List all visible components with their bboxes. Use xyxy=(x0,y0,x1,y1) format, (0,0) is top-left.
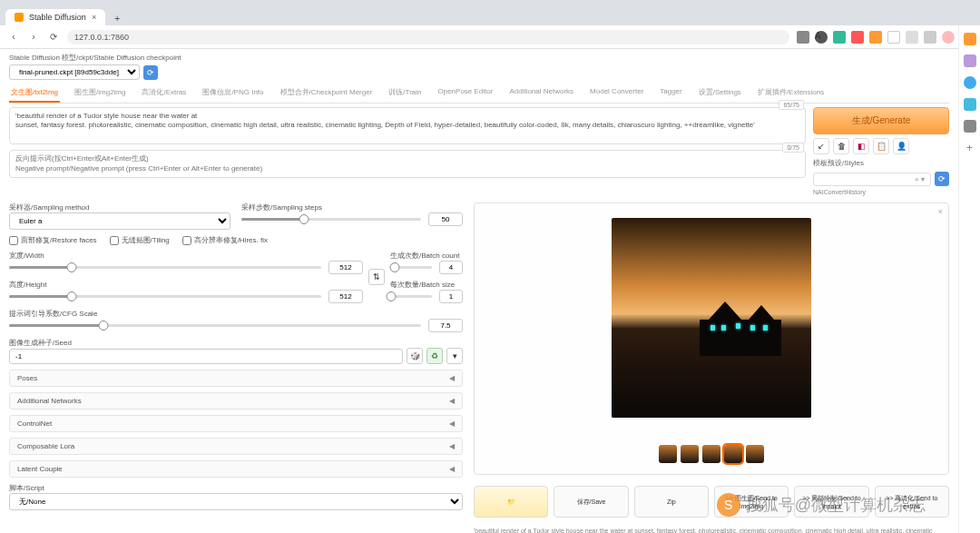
send-extras-button[interactable]: >> 高清化/Send to extras xyxy=(875,486,949,518)
styles-label: 模板预设/Styles xyxy=(813,158,949,168)
tab-settings[interactable]: 设置/Settings xyxy=(697,84,743,103)
tab-tagger[interactable]: Tagger xyxy=(658,84,683,103)
ext-icon[interactable] xyxy=(887,31,900,44)
steps-input[interactable] xyxy=(428,212,463,226)
convert-history-label: NAIConvertHistory xyxy=(813,189,949,195)
tab-train[interactable]: 训练/Train xyxy=(387,84,423,103)
tab-img2img[interactable]: 图生图/img2img xyxy=(73,84,127,103)
forward-icon[interactable]: › xyxy=(27,31,40,44)
script-select[interactable]: 无/None xyxy=(9,493,463,510)
rail-icon[interactable] xyxy=(964,98,976,111)
neg-prompt-wrapper: 0/75 xyxy=(9,150,806,180)
tab-extras[interactable]: 高清化/Extras xyxy=(140,84,188,103)
sampler-select[interactable]: Euler a xyxy=(9,212,230,230)
ext-icon[interactable] xyxy=(797,31,809,44)
address-bar[interactable]: 127.0.0.1:7860 xyxy=(67,30,789,44)
person-icon[interactable]: 👤 xyxy=(893,138,909,154)
thumbnail[interactable] xyxy=(724,445,742,463)
save-button[interactable]: 保存/Save xyxy=(554,486,628,518)
thumbnail[interactable] xyxy=(702,445,720,463)
main-tabs: 文生图/txt2img 图生图/img2img 高清化/Extras 图像信息/… xyxy=(9,84,949,104)
seed-label: 图像生成种子/Seed xyxy=(9,338,463,348)
tiling-checkbox[interactable]: 无缝贴图/Tiling xyxy=(110,235,170,245)
add-icon[interactable]: + xyxy=(966,142,973,154)
browser-tab-strip: Stable Diffusion × + xyxy=(0,0,980,25)
clear-icon[interactable]: 🗑 xyxy=(833,138,849,154)
swap-dims-icon[interactable]: ⇅ xyxy=(368,269,385,285)
recycle-icon[interactable]: ♻ xyxy=(426,348,443,364)
width-slider[interactable] xyxy=(9,266,321,269)
batch-size-label: 每次数量/Batch size xyxy=(390,280,463,290)
ext-icon[interactable] xyxy=(924,31,936,44)
checkpoint-row: Stable Diffusion 模型/ckpt/Stable Diffusio… xyxy=(9,53,949,80)
reload-icon[interactable]: ⟳ xyxy=(47,31,60,44)
arrow-icon[interactable]: ↙ xyxy=(813,138,829,154)
tab-additional-networks[interactable]: Additional Networks xyxy=(507,84,575,103)
generate-button[interactable]: 生成/Generate xyxy=(813,107,949,134)
back-icon[interactable]: ‹ xyxy=(7,31,20,44)
tab-merger[interactable]: 模型合并/Checkpoint Merger xyxy=(279,84,375,103)
styles-icon[interactable]: ◧ xyxy=(853,138,869,154)
neg-prompt-input[interactable] xyxy=(9,150,806,178)
accordion-controlnet[interactable]: ControlNet◀ xyxy=(9,415,463,432)
batch-count-slider[interactable] xyxy=(390,266,432,269)
zip-button[interactable]: Zip xyxy=(634,486,709,518)
thumbnail[interactable] xyxy=(659,445,677,463)
height-slider[interactable] xyxy=(9,295,321,298)
rail-icon[interactable] xyxy=(964,120,976,133)
cfg-label: 提示词引导系数/CFG Scale xyxy=(9,309,463,319)
ext-icon[interactable] xyxy=(833,31,846,44)
dice-icon[interactable]: 🎲 xyxy=(407,348,423,364)
ext-icon[interactable] xyxy=(906,31,918,44)
generated-image[interactable] xyxy=(612,218,811,418)
send-inpaint-button[interactable]: >> 局部绘制/Send to inpaint xyxy=(794,486,868,518)
prompt-input[interactable] xyxy=(9,107,806,144)
seed-extra-toggle[interactable]: ▾ xyxy=(446,348,463,364)
neg-prompt-counter: 0/75 xyxy=(782,143,804,153)
steps-slider[interactable] xyxy=(241,218,421,221)
rail-icon[interactable] xyxy=(964,33,976,45)
hires-checkbox[interactable]: 高分辨率修复/Hires. fix xyxy=(182,235,268,245)
accordion-poses[interactable]: Poses◀ xyxy=(9,370,463,387)
checkpoint-label: Stable Diffusion 模型/ckpt/Stable Diffusio… xyxy=(9,53,181,63)
width-input[interactable] xyxy=(328,261,363,274)
accordion-latent-couple[interactable]: Latent Couple◀ xyxy=(9,460,463,478)
browser-tab[interactable]: Stable Diffusion × xyxy=(5,9,105,25)
thumbnail[interactable] xyxy=(746,445,764,463)
open-folder-button[interactable]: 📁 xyxy=(474,486,548,518)
rail-icon[interactable] xyxy=(964,76,976,89)
new-tab-button[interactable]: + xyxy=(109,12,125,25)
seed-input[interactable] xyxy=(9,349,403,364)
batch-count-label: 生成次数/Batch count xyxy=(390,251,463,261)
accordion-additional-networks[interactable]: Additional Networks◀ xyxy=(9,392,463,410)
thumbnail[interactable] xyxy=(681,445,699,463)
cfg-slider[interactable] xyxy=(9,324,421,327)
close-icon[interactable]: × xyxy=(938,207,943,216)
rail-icon[interactable] xyxy=(964,54,976,67)
accordion-composable-lora[interactable]: Composable Lora◀ xyxy=(9,438,463,455)
batch-size-slider[interactable] xyxy=(390,295,432,298)
styles-refresh-icon[interactable]: ⟳ xyxy=(935,172,949,186)
checkpoint-select[interactable]: final-pruned.ckpt [89d59c3dde] xyxy=(9,64,140,80)
browser-side-panel: + xyxy=(958,25,980,533)
styles-select[interactable]: × ▾ xyxy=(813,173,931,186)
restore-faces-checkbox[interactable]: 面部修复/Restore faces xyxy=(9,235,97,245)
tab-pnginfo[interactable]: 图像信息/PNG Info xyxy=(201,84,265,103)
clip-icon[interactable]: 📋 xyxy=(873,138,889,154)
tab-openpose[interactable]: OpenPose Editor xyxy=(436,84,495,103)
prompt-counter: 65/75 xyxy=(779,100,804,110)
cfg-input[interactable] xyxy=(428,319,463,332)
batch-count-input[interactable] xyxy=(439,261,463,274)
tab-model-converter[interactable]: Model Converter xyxy=(588,84,645,103)
ext-icon[interactable] xyxy=(869,31,882,44)
height-input[interactable] xyxy=(328,290,363,303)
close-icon[interactable]: × xyxy=(92,13,96,22)
avatar-icon[interactable] xyxy=(942,31,955,44)
ext-icon[interactable]: A xyxy=(815,31,828,44)
tab-txt2img[interactable]: 文生图/txt2img xyxy=(9,84,60,103)
send-img2img-button[interactable]: >> 图生图/Send to img2img xyxy=(714,486,789,518)
ext-icon[interactable] xyxy=(851,31,864,44)
refresh-icon[interactable]: ⟳ xyxy=(143,65,158,80)
thumbnail-strip xyxy=(659,445,764,463)
batch-size-input[interactable] xyxy=(439,290,463,303)
